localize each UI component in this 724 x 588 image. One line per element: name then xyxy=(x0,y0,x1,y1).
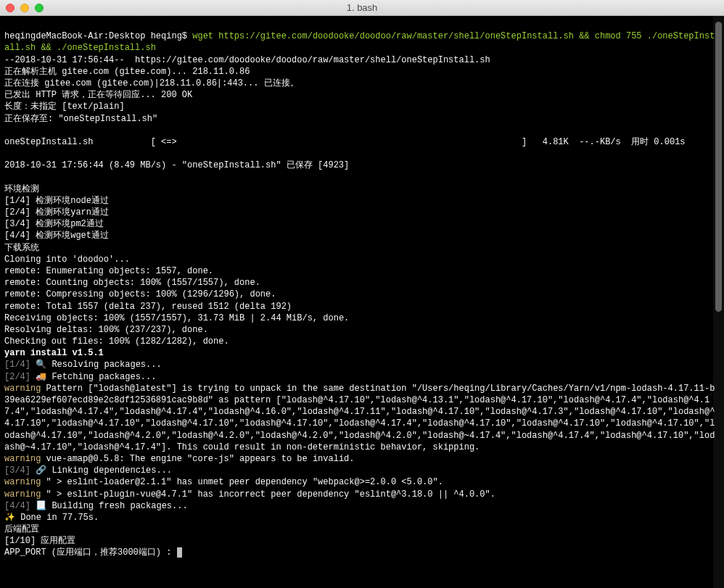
env-check-3: [3/4] 检测环境pm2通过 xyxy=(4,219,104,229)
wget-length: 长度：未指定 [text/plain] xyxy=(4,102,125,112)
yarn-step-1-text: Resolving packages... xyxy=(46,360,161,370)
truck-icon: 🚚 xyxy=(36,372,46,382)
minimize-button[interactable] xyxy=(20,4,29,12)
yarn-step-3-num: [3/4] xyxy=(4,465,30,476)
warning-lodash: Pattern ["lodash@latest"] is trying to u… xyxy=(4,384,715,452)
yarn-step-3-text: Linking dependencies... xyxy=(46,465,172,476)
warning-eslint-loader: " > eslint-loader@2.1.1" has unmet peer … xyxy=(41,477,443,487)
backend-config: 后端配置 xyxy=(4,524,39,534)
link-icon: 🔗 xyxy=(36,465,46,476)
terminal-output[interactable]: heqingdeMacBook-Air:Desktop heqing$ wget… xyxy=(0,16,724,588)
magnifier-icon: 🔍 xyxy=(36,360,46,370)
prompt: heqingdeMacBook-Air:Desktop heqing$ xyxy=(4,31,192,41)
yarn-step-4-text: Building fresh packages... xyxy=(46,501,187,511)
env-check-2: [2/4] 检测环境yarn通过 xyxy=(4,207,109,218)
page-icon: 📃 xyxy=(36,501,46,511)
git-remote-count: remote: Counting objects: 100% (1557/155… xyxy=(4,278,260,288)
wget-progress-right: ] 4.81K --.-KB/s 用时 0.001s xyxy=(522,137,686,147)
wget-progress-bar: [ <=> xyxy=(151,137,177,147)
git-resolving: Resolving deltas: 100% (237/237), done. xyxy=(4,325,208,335)
git-checkout: Checking out files: 100% (1282/1282), do… xyxy=(4,336,229,347)
scrollbar[interactable] xyxy=(713,16,724,588)
yarn-step-2-num: [2/4] xyxy=(4,372,30,382)
window-title: 1. bash xyxy=(0,2,724,13)
git-remote-total: remote: Total 1557 (delta 237), reused 1… xyxy=(4,302,292,312)
wget-resolve: 正在解析主机 gitee.com (gitee.com)... 218.11.0… xyxy=(4,67,250,77)
yarn-step-2-text: Fetching packages... xyxy=(46,372,156,382)
git-remote-enum: remote: Enumerating objects: 1557, done. xyxy=(4,266,213,276)
traffic-lights xyxy=(0,4,44,12)
warning-vueamap: vue-amap@0.5.8: The engine "core-js" app… xyxy=(41,454,354,464)
download-system: 下载系统 xyxy=(4,243,39,253)
config-step-1: [1/10] 应用配置 xyxy=(4,536,75,546)
close-button[interactable] xyxy=(6,4,15,12)
maximize-button[interactable] xyxy=(35,4,44,12)
cursor[interactable] xyxy=(177,547,182,558)
scrollbar-thumb[interactable] xyxy=(715,22,722,312)
git-clone: Cloning into 'doodoo'... xyxy=(4,254,130,265)
env-check-4: [4/4] 检测环境wget通过 xyxy=(4,231,109,241)
wget-http: 已发出 HTTP 请求，正在等待回应... 200 OK xyxy=(4,90,192,100)
warning-label: warning xyxy=(4,384,41,394)
wget-connect: 正在连接 gitee.com (gitee.com)|218.11.0.86|:… xyxy=(4,78,299,88)
app-port-prompt: APP_PORT (应用端口，推荐3000端口) : xyxy=(4,547,177,558)
wget-progress-name: oneStepInstall.sh xyxy=(4,137,93,147)
yarn-done: Done in 77.75s. xyxy=(15,513,99,523)
warning-label: warning xyxy=(4,477,41,487)
warning-label: warning xyxy=(4,489,41,500)
yarn-step-4-num: [4/4] xyxy=(4,501,30,511)
sparkles-icon: ✨ xyxy=(4,513,15,523)
warning-eslint-vue: " > eslint-plugin-vue@4.7.1" has incorre… xyxy=(41,489,495,500)
env-check-1: [1/4] 检测环境node通过 xyxy=(4,196,109,206)
window-titlebar: 1. bash xyxy=(0,0,724,16)
git-remote-compress: remote: Compressing objects: 100% (1296/… xyxy=(4,289,276,299)
wget-saving: 正在保存至: "oneStepInstall.sh" xyxy=(4,114,157,124)
env-check-header: 环境检测 xyxy=(4,184,39,194)
wget-done: 2018-10-31 17:56:44 (8.49 MB/s) - "oneSt… xyxy=(4,160,349,170)
warning-label: warning xyxy=(4,454,41,464)
yarn-install: yarn install v1.5.1 xyxy=(4,348,104,358)
yarn-step-1-num: [1/4] xyxy=(4,360,30,370)
wget-start: --2018-10-31 17:56:44-- https://gitee.co… xyxy=(4,55,490,65)
git-receiving: Receiving objects: 100% (1557/1557), 31.… xyxy=(4,313,349,323)
